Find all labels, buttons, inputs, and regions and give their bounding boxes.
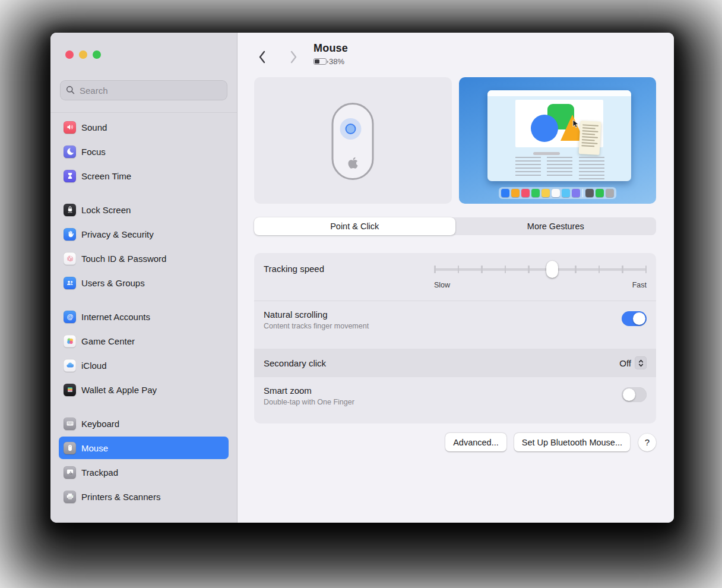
users-icon — [64, 277, 76, 289]
sidebar-item-label: Printers & Scanners — [81, 492, 160, 502]
sidebar-item-internet-accounts[interactable]: @Internet Accounts — [59, 305, 229, 328]
slider-tick — [645, 265, 647, 273]
slider-end-labels: Slow Fast — [434, 281, 647, 289]
search-field-wrap — [60, 80, 227, 100]
advanced-button[interactable]: Advanced... — [445, 433, 506, 451]
sidebar-item-label: Privacy & Security — [81, 229, 154, 239]
fingerprint-icon — [64, 252, 76, 265]
dock-app-icon — [606, 189, 614, 197]
slider-tick — [458, 265, 460, 273]
sidebar-item-lock-screen[interactable]: Lock Screen — [59, 198, 229, 221]
dock-app-icon — [585, 189, 594, 197]
battery-status: 38% — [314, 57, 348, 66]
battery-percent: 38% — [329, 57, 344, 66]
moon-icon — [64, 146, 76, 158]
dock-app-icon — [572, 189, 580, 197]
sidebar-item-mouse[interactable]: Mouse — [59, 437, 229, 459]
sidebar-item-label: Focus — [81, 147, 106, 157]
sidebar-item-label: Screen Time — [81, 171, 131, 181]
dock-app-icon — [552, 189, 560, 197]
pane-header: Mouse 38% — [238, 33, 674, 77]
sidebar-item-label: Keyboard — [81, 419, 119, 429]
tracking-speed-label: Tracking speed — [264, 253, 324, 301]
speaker-icon — [64, 121, 76, 134]
hero-row — [254, 77, 656, 204]
dock-app-icon — [596, 189, 604, 197]
help-button[interactable]: ? — [638, 434, 656, 451]
tracking-speed-slider-block: Slow Fast — [434, 253, 647, 301]
preview-gray-bar — [533, 152, 560, 155]
click-indicator-halo — [340, 118, 362, 140]
back-button[interactable] — [256, 49, 268, 65]
gesture-preview-thumbnail[interactable] — [459, 77, 657, 204]
secondary-click-label: Secondary click — [264, 358, 326, 368]
sidebar-item-privacy-security[interactable]: Privacy & Security — [59, 223, 229, 245]
sidebar-item-game-center[interactable]: Game Center — [59, 330, 229, 352]
sidebar-item-icloud[interactable]: iCloud — [59, 354, 229, 377]
mouse-icon — [64, 442, 76, 454]
close-window-button[interactable] — [65, 50, 74, 59]
dock-app-icon — [562, 189, 570, 197]
dock-app-icon — [542, 189, 550, 197]
sidebar-item-label: iCloud — [81, 361, 107, 371]
natural-scrolling-row: Natural scrolling Content tracks finger … — [254, 301, 656, 349]
sidebar-item-printers-scanners[interactable]: Printers & Scanners — [59, 485, 229, 508]
secondary-click-popup[interactable]: Off — [619, 356, 647, 369]
zoom-window-button[interactable] — [93, 50, 101, 59]
smart-zoom-label: Smart zoom — [264, 385, 622, 396]
trackpad-icon — [64, 466, 76, 479]
svg-text:@: @ — [66, 313, 73, 320]
sidebar-item-label: Wallet & Apple Pay — [81, 385, 157, 395]
smart-zoom-toggle[interactable] — [622, 387, 647, 402]
minimize-window-button[interactable] — [79, 50, 87, 59]
slider-tick — [622, 265, 623, 273]
sidebar-item-users-groups[interactable]: Users & Groups — [59, 271, 229, 294]
tracking-speed-slider[interactable] — [434, 261, 647, 278]
sidebar-item-keyboard[interactable]: Keyboard — [59, 412, 229, 435]
footer-buttons: Advanced... Set Up Bluetooth Mouse... ? — [254, 433, 656, 451]
sidebar-item-label: Mouse — [81, 443, 108, 453]
slider-tick — [575, 265, 577, 273]
forward-button[interactable] — [287, 49, 299, 65]
smart-zoom-description: Double-tap with One Finger — [264, 398, 622, 406]
natural-scrolling-toggle[interactable] — [622, 311, 647, 326]
tab-bar: Point & Click More Gestures — [254, 217, 656, 235]
sidebar-group: @Internet AccountsGame CenteriCloudWalle… — [59, 305, 229, 401]
sidebar-group: SoundFocusScreen Time — [59, 116, 229, 187]
natural-scrolling-description: Content tracks finger movement — [264, 322, 622, 330]
search-input[interactable] — [60, 80, 227, 100]
sidebar-item-trackpad[interactable]: Trackpad — [59, 461, 229, 483]
preview-window-titlebar — [487, 90, 631, 96]
sidebar-item-screen-time[interactable]: Screen Time — [59, 165, 229, 187]
slider-tick — [481, 265, 483, 273]
dock-app-icon — [511, 189, 520, 197]
screen: SoundFocusScreen TimeLock ScreenPrivacy … — [0, 0, 722, 588]
click-indicator-dot — [346, 124, 356, 134]
slider-tick — [598, 265, 600, 273]
preview-text-lines — [547, 157, 572, 176]
slider-knob[interactable] — [546, 261, 558, 278]
sidebar-item-focus[interactable]: Focus — [59, 140, 229, 163]
slider-tick — [528, 265, 530, 273]
cloud-icon — [64, 359, 76, 372]
sidebar-item-wallet-apple-pay[interactable]: Wallet & Apple Pay — [59, 378, 229, 401]
natural-scrolling-label: Natural scrolling — [264, 309, 622, 320]
sidebar-item-touch-id-password[interactable]: Touch ID & Password — [59, 247, 229, 270]
setup-bluetooth-mouse-button[interactable]: Set Up Bluetooth Mouse... — [514, 433, 630, 451]
slider-min-label: Slow — [434, 281, 450, 289]
sidebar-group: KeyboardMouseTrackpadPrinters & Scanners — [59, 412, 229, 508]
sidebar-item-label: Game Center — [81, 336, 135, 346]
sidebar-item-label: Lock Screen — [81, 205, 131, 215]
game-center-icon — [64, 335, 76, 347]
tab-point-and-click[interactable]: Point & Click — [254, 217, 455, 235]
slider-tick — [434, 265, 436, 273]
tab-more-gestures[interactable]: More Gestures — [455, 217, 657, 235]
preview-window-graphic — [487, 90, 631, 181]
sidebar-group: Lock ScreenPrivacy & SecurityTouch ID & … — [59, 198, 229, 294]
traffic-lights — [50, 33, 237, 59]
battery-icon — [314, 58, 327, 65]
preview-note-card — [578, 121, 601, 155]
sidebar-item-label: Sound — [81, 122, 107, 132]
sidebar-item-sound[interactable]: Sound — [59, 116, 229, 138]
tracking-speed-row: Tracking speed Slow Fast — [254, 253, 656, 301]
